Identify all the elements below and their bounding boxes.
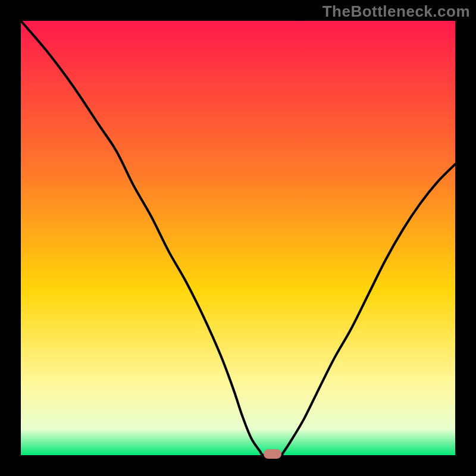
bottleneck-chart xyxy=(21,21,455,455)
optimum-marker xyxy=(264,449,281,459)
chart-frame: TheBottleneck.com xyxy=(0,0,476,476)
watermark-text: TheBottleneck.com xyxy=(322,2,470,21)
gradient-background xyxy=(21,21,455,455)
